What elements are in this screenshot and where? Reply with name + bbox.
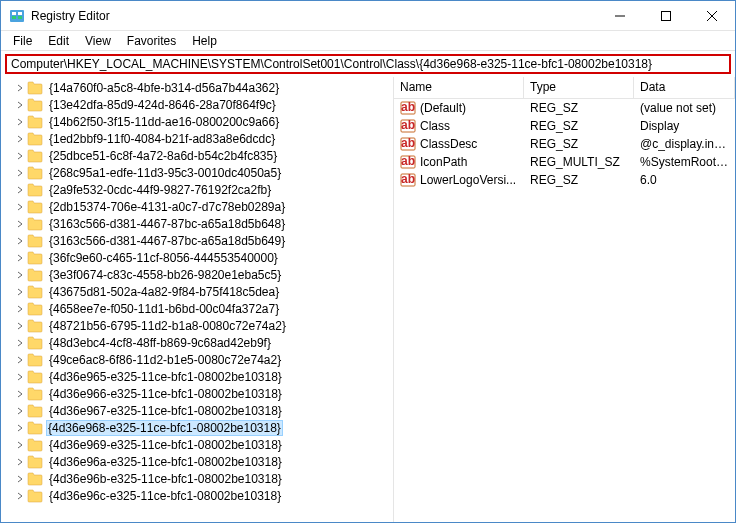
- chevron-right-icon[interactable]: [13, 220, 27, 228]
- tree-item[interactable]: {4658ee7e-f050-11d1-b6bd-00c04fa372a7}: [1, 300, 393, 317]
- folder-icon: [27, 183, 43, 197]
- string-value-icon: ab: [400, 136, 416, 152]
- tree-item-label: {43675d81-502a-4a82-9f84-b75f418c5dea}: [46, 284, 282, 300]
- list-pane[interactable]: Name Type Data ab(Default)REG_SZ(value n…: [394, 77, 735, 522]
- chevron-right-icon[interactable]: [13, 152, 27, 160]
- tree-item[interactable]: {13e42dfa-85d9-424d-8646-28a70f864f9c}: [1, 96, 393, 113]
- chevron-right-icon[interactable]: [13, 237, 27, 245]
- addressbar-container: [1, 51, 735, 77]
- folder-icon: [27, 132, 43, 146]
- minimize-button[interactable]: [597, 1, 643, 31]
- tree-item[interactable]: {4d36e967-e325-11ce-bfc1-08002be10318}: [1, 402, 393, 419]
- tree-item-label: {3163c566-d381-4467-87bc-a65a18d5b649}: [46, 233, 288, 249]
- tree-item[interactable]: {3163c566-d381-4467-87bc-a65a18d5b648}: [1, 215, 393, 232]
- tree-item[interactable]: {3e3f0674-c83c-4558-bb26-9820e1eba5c5}: [1, 266, 393, 283]
- tree-item-label: {2db15374-706e-4131-a0c7-d7c78eb0289a}: [46, 199, 288, 215]
- tree-item-label: {36fc9e60-c465-11cf-8056-444553540000}: [46, 250, 281, 266]
- chevron-right-icon[interactable]: [13, 475, 27, 483]
- address-input[interactable]: [5, 54, 731, 74]
- value-type-cell: REG_SZ: [524, 119, 634, 133]
- chevron-right-icon[interactable]: [13, 441, 27, 449]
- list-row[interactable]: abIconPathREG_MULTI_SZ%SystemRoot%\syste…: [394, 153, 735, 171]
- value-type-cell: REG_SZ: [524, 101, 634, 115]
- tree-item[interactable]: {4d36e965-e325-11ce-bfc1-08002be10318}: [1, 368, 393, 385]
- menu-favorites[interactable]: Favorites: [119, 32, 184, 50]
- tree-item[interactable]: {4d36e96c-e325-11ce-bfc1-08002be10318}: [1, 487, 393, 504]
- tree-item[interactable]: {48d3ebc4-4cf8-48ff-b869-9c68ad42eb9f}: [1, 334, 393, 351]
- value-data-cell: %SystemRoot%\system32\setupapi.dll,-15: [634, 155, 735, 169]
- maximize-button[interactable]: [643, 1, 689, 31]
- folder-icon: [27, 234, 43, 248]
- tree-item-label: {4d36e965-e325-11ce-bfc1-08002be10318}: [46, 369, 285, 385]
- chevron-right-icon[interactable]: [13, 118, 27, 126]
- tree-item[interactable]: {268c95a1-edfe-11d3-95c3-0010dc4050a5}: [1, 164, 393, 181]
- folder-icon: [27, 336, 43, 350]
- tree-item[interactable]: {43675d81-502a-4a82-9f84-b75f418c5dea}: [1, 283, 393, 300]
- menu-view[interactable]: View: [77, 32, 119, 50]
- tree-item[interactable]: {2db15374-706e-4131-a0c7-d7c78eb0289a}: [1, 198, 393, 215]
- list-row[interactable]: abClassDescREG_SZ@c_display.inf,%ClassDe…: [394, 135, 735, 153]
- tree-item[interactable]: {14b62f50-3f15-11dd-ae16-0800200c9a66}: [1, 113, 393, 130]
- menu-help[interactable]: Help: [184, 32, 225, 50]
- chevron-right-icon[interactable]: [13, 492, 27, 500]
- tree-item[interactable]: {4d36e966-e325-11ce-bfc1-08002be10318}: [1, 385, 393, 402]
- value-data-cell: @c_display.inf,%ClassDesc%;Display adapt…: [634, 137, 735, 151]
- tree-item[interactable]: {36fc9e60-c465-11cf-8056-444553540000}: [1, 249, 393, 266]
- value-name-cell: abClass: [394, 118, 524, 134]
- chevron-right-icon[interactable]: [13, 169, 27, 177]
- chevron-right-icon[interactable]: [13, 356, 27, 364]
- folder-icon: [27, 370, 43, 384]
- chevron-right-icon[interactable]: [13, 101, 27, 109]
- chevron-right-icon[interactable]: [13, 339, 27, 347]
- string-value-icon: ab: [400, 154, 416, 170]
- list-row[interactable]: ab(Default)REG_SZ(value not set): [394, 99, 735, 117]
- list-row[interactable]: abLowerLogoVersi...REG_SZ6.0: [394, 171, 735, 189]
- tree-item[interactable]: {2a9fe532-0cdc-44f9-9827-76192f2ca2fb}: [1, 181, 393, 198]
- string-value-icon: ab: [400, 172, 416, 188]
- list-row[interactable]: abClassREG_SZDisplay: [394, 117, 735, 135]
- tree-item-label: {49ce6ac8-6f86-11d2-b1e5-0080c72e74a2}: [46, 352, 284, 368]
- chevron-right-icon[interactable]: [13, 424, 27, 432]
- tree-item[interactable]: {4d36e96b-e325-11ce-bfc1-08002be10318}: [1, 470, 393, 487]
- chevron-right-icon[interactable]: [13, 390, 27, 398]
- svg-rect-3: [18, 12, 22, 15]
- list-header: Name Type Data: [394, 77, 735, 99]
- column-name[interactable]: Name: [394, 77, 524, 98]
- folder-icon: [27, 404, 43, 418]
- column-data[interactable]: Data: [634, 77, 735, 98]
- tree-item[interactable]: {1ed2bbf9-11f0-4084-b21f-ad83a8e6dcdc}: [1, 130, 393, 147]
- tree-item[interactable]: {4d36e968-e325-11ce-bfc1-08002be10318}: [1, 419, 393, 436]
- tree-item[interactable]: {3163c566-d381-4467-87bc-a65a18d5b649}: [1, 232, 393, 249]
- tree-item[interactable]: {4d36e96a-e325-11ce-bfc1-08002be10318}: [1, 453, 393, 470]
- chevron-right-icon[interactable]: [13, 305, 27, 313]
- close-button[interactable]: [689, 1, 735, 31]
- tree-pane[interactable]: {14a760f0-a5c8-4bfe-b314-d56a7b44a362}{1…: [1, 77, 394, 522]
- chevron-right-icon[interactable]: [13, 203, 27, 211]
- window-title: Registry Editor: [31, 9, 597, 23]
- column-type[interactable]: Type: [524, 77, 634, 98]
- tree-item[interactable]: {48721b56-6795-11d2-b1a8-0080c72e74a2}: [1, 317, 393, 334]
- folder-icon: [27, 353, 43, 367]
- menu-edit[interactable]: Edit: [40, 32, 77, 50]
- svg-text:ab: ab: [401, 172, 415, 186]
- chevron-right-icon[interactable]: [13, 186, 27, 194]
- chevron-right-icon[interactable]: [13, 271, 27, 279]
- svg-text:ab: ab: [401, 118, 415, 132]
- chevron-right-icon[interactable]: [13, 254, 27, 262]
- folder-icon: [27, 489, 43, 503]
- tree-item[interactable]: {49ce6ac8-6f86-11d2-b1e5-0080c72e74a2}: [1, 351, 393, 368]
- chevron-right-icon[interactable]: [13, 84, 27, 92]
- tree-item[interactable]: {14a760f0-a5c8-4bfe-b314-d56a7b44a362}: [1, 79, 393, 96]
- tree-item[interactable]: {4d36e969-e325-11ce-bfc1-08002be10318}: [1, 436, 393, 453]
- chevron-right-icon[interactable]: [13, 288, 27, 296]
- tree-item[interactable]: {25dbce51-6c8f-4a72-8a6d-b54c2b4fc835}: [1, 147, 393, 164]
- svg-text:ab: ab: [401, 100, 415, 114]
- chevron-right-icon[interactable]: [13, 373, 27, 381]
- chevron-right-icon[interactable]: [13, 458, 27, 466]
- menu-file[interactable]: File: [5, 32, 40, 50]
- chevron-right-icon[interactable]: [13, 135, 27, 143]
- value-name: (Default): [420, 101, 466, 115]
- chevron-right-icon[interactable]: [13, 322, 27, 330]
- svg-text:ab: ab: [401, 136, 415, 150]
- chevron-right-icon[interactable]: [13, 407, 27, 415]
